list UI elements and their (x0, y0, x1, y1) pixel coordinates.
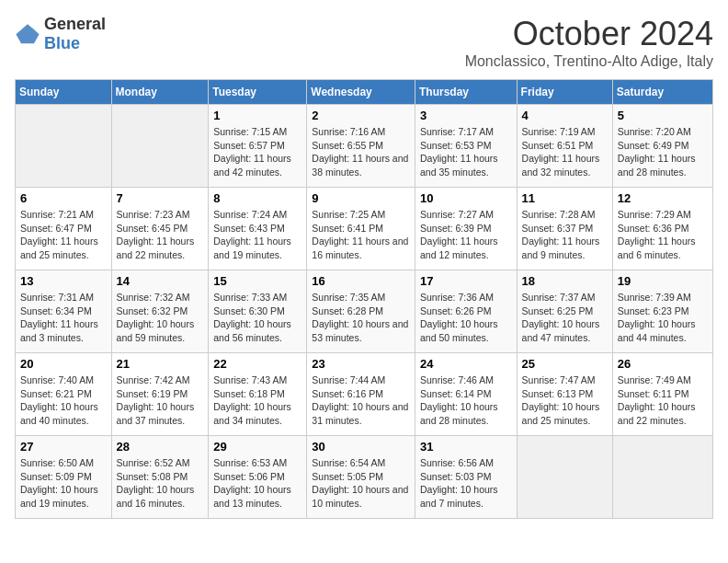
day-info: Sunrise: 6:52 AM Sunset: 5:08 PM Dayligh… (117, 456, 204, 511)
cell-week5-day6 (612, 436, 712, 519)
day-number: 20 (20, 357, 107, 371)
sunrise-label: Sunrise: 7:20 AM (618, 126, 691, 137)
sunrise-label: Sunrise: 7:17 AM (420, 126, 494, 137)
day-info: Sunrise: 6:53 AM Sunset: 5:06 PM Dayligh… (213, 456, 301, 511)
sunrise-label: Sunrise: 7:32 AM (117, 292, 190, 303)
sunset-label: Sunset: 6:57 PM (213, 140, 285, 151)
cell-week2-day1: 7 Sunrise: 7:23 AM Sunset: 6:45 PM Dayli… (111, 188, 209, 270)
day-number: 5 (618, 109, 708, 122)
cell-week4-day6: 26 Sunrise: 7:49 AM Sunset: 6:11 PM Dayl… (612, 353, 712, 436)
day-number: 22 (213, 357, 301, 371)
daylight-label: Daylight: 10 hours and 47 minutes. (522, 318, 600, 343)
sunrise-label: Sunrise: 7:15 AM (213, 126, 287, 137)
cell-week4-day3: 23 Sunrise: 7:44 AM Sunset: 6:16 PM Dayl… (307, 353, 415, 436)
cell-week3-day3: 16 Sunrise: 7:35 AM Sunset: 6:28 PM Dayl… (307, 270, 415, 353)
week-row-5: 27 Sunrise: 6:50 AM Sunset: 5:09 PM Dayl… (16, 436, 713, 519)
sunrise-label: Sunrise: 7:37 AM (522, 292, 596, 303)
daylight-label: Daylight: 11 hours and 6 minutes. (618, 236, 696, 260)
day-number: 15 (213, 274, 301, 288)
day-info: Sunrise: 7:19 AM Sunset: 6:51 PM Dayligh… (522, 125, 608, 179)
day-info: Sunrise: 7:47 AM Sunset: 6:13 PM Dayligh… (522, 373, 608, 428)
sunset-label: Sunset: 6:14 PM (420, 388, 492, 399)
header-friday: Friday (517, 80, 612, 105)
cell-week2-day5: 11 Sunrise: 7:28 AM Sunset: 6:37 PM Dayl… (517, 188, 612, 270)
day-number: 17 (420, 274, 512, 288)
cell-week4-day2: 22 Sunrise: 7:43 AM Sunset: 6:18 PM Dayl… (209, 353, 307, 436)
sunset-label: Sunset: 5:08 PM (117, 471, 188, 482)
daylight-label: Daylight: 10 hours and 37 minutes. (117, 401, 195, 426)
cell-week3-day6: 19 Sunrise: 7:39 AM Sunset: 6:23 PM Dayl… (612, 270, 712, 353)
day-number: 29 (213, 440, 301, 454)
day-info: Sunrise: 7:23 AM Sunset: 6:45 PM Dayligh… (117, 208, 204, 262)
cell-week3-day5: 18 Sunrise: 7:37 AM Sunset: 6:25 PM Dayl… (517, 270, 612, 353)
cell-week5-day5 (517, 436, 612, 519)
sunrise-label: Sunrise: 7:28 AM (522, 209, 596, 220)
sunrise-label: Sunrise: 7:42 AM (117, 374, 190, 385)
daylight-label: Daylight: 10 hours and 28 minutes. (420, 401, 498, 426)
daylight-label: Daylight: 10 hours and 53 minutes. (312, 318, 408, 343)
day-info: Sunrise: 7:39 AM Sunset: 6:23 PM Dayligh… (618, 291, 708, 345)
day-number: 13 (20, 274, 107, 288)
day-number: 28 (117, 440, 204, 454)
day-number: 11 (522, 191, 608, 205)
daylight-label: Daylight: 11 hours and 32 minutes. (522, 153, 600, 178)
sunrise-label: Sunrise: 7:31 AM (20, 292, 94, 303)
sunset-label: Sunset: 6:34 PM (20, 305, 92, 316)
cell-week1-day2: 1 Sunrise: 7:15 AM Sunset: 6:57 PM Dayli… (209, 105, 307, 188)
sunrise-label: Sunrise: 6:53 AM (213, 457, 287, 468)
cell-week5-day4: 31 Sunrise: 6:56 AM Sunset: 5:03 PM Dayl… (415, 436, 517, 519)
daylight-label: Daylight: 10 hours and 34 minutes. (213, 401, 291, 426)
day-info: Sunrise: 7:15 AM Sunset: 6:57 PM Dayligh… (213, 125, 301, 179)
sunrise-label: Sunrise: 6:56 AM (420, 457, 494, 468)
day-info: Sunrise: 7:35 AM Sunset: 6:28 PM Dayligh… (312, 291, 410, 345)
cell-week2-day0: 6 Sunrise: 7:21 AM Sunset: 6:47 PM Dayli… (16, 188, 112, 270)
daylight-label: Daylight: 11 hours and 9 minutes. (522, 236, 600, 260)
cell-week3-day4: 17 Sunrise: 7:36 AM Sunset: 6:26 PM Dayl… (415, 270, 517, 353)
sunset-label: Sunset: 6:53 PM (420, 140, 492, 151)
week-row-4: 20 Sunrise: 7:40 AM Sunset: 6:21 PM Dayl… (16, 353, 713, 436)
sunset-label: Sunset: 6:45 PM (117, 223, 188, 234)
sunrise-label: Sunrise: 7:35 AM (312, 292, 385, 303)
logo-general: General (44, 15, 106, 33)
daylight-label: Daylight: 10 hours and 19 minutes. (20, 484, 98, 509)
day-info: Sunrise: 7:36 AM Sunset: 6:26 PM Dayligh… (420, 291, 512, 345)
sunset-label: Sunset: 6:51 PM (522, 140, 594, 151)
daylight-label: Daylight: 11 hours and 12 minutes. (420, 236, 498, 260)
daylight-label: Daylight: 11 hours and 35 minutes. (420, 153, 498, 178)
daylight-label: Daylight: 11 hours and 22 minutes. (117, 236, 195, 260)
cell-week2-day2: 8 Sunrise: 7:24 AM Sunset: 6:43 PM Dayli… (209, 188, 307, 270)
week-row-3: 13 Sunrise: 7:31 AM Sunset: 6:34 PM Dayl… (16, 270, 713, 353)
daylight-label: Daylight: 10 hours and 56 minutes. (213, 318, 291, 343)
sunrise-label: Sunrise: 6:50 AM (20, 457, 94, 468)
sunrise-label: Sunrise: 7:40 AM (20, 374, 94, 385)
sunrise-label: Sunrise: 7:33 AM (213, 292, 287, 303)
sunrise-label: Sunrise: 7:19 AM (522, 126, 596, 137)
cell-week1-day0 (16, 105, 112, 188)
cell-week3-day2: 15 Sunrise: 7:33 AM Sunset: 6:30 PM Dayl… (209, 270, 307, 353)
sunset-label: Sunset: 6:43 PM (213, 223, 285, 234)
sunrise-label: Sunrise: 7:36 AM (420, 292, 494, 303)
sunrise-label: Sunrise: 7:47 AM (522, 374, 596, 385)
day-info: Sunrise: 7:28 AM Sunset: 6:37 PM Dayligh… (522, 208, 608, 262)
header-wednesday: Wednesday (307, 80, 415, 105)
title-block: October 2024 Monclassico, Trentino-Alto … (465, 15, 713, 70)
day-number: 23 (312, 357, 410, 371)
day-info: Sunrise: 6:56 AM Sunset: 5:03 PM Dayligh… (420, 456, 512, 511)
daylight-label: Daylight: 11 hours and 3 minutes. (20, 318, 98, 343)
sunset-label: Sunset: 6:49 PM (618, 140, 689, 151)
cell-week5-day0: 27 Sunrise: 6:50 AM Sunset: 5:09 PM Dayl… (16, 436, 112, 519)
cell-week4-day1: 21 Sunrise: 7:42 AM Sunset: 6:19 PM Dayl… (111, 353, 209, 436)
header-sunday: Sunday (16, 80, 112, 105)
day-number: 21 (117, 357, 204, 371)
daylight-label: Daylight: 11 hours and 16 minutes. (312, 236, 408, 260)
day-number: 1 (213, 109, 301, 122)
daylight-label: Daylight: 11 hours and 19 minutes. (213, 236, 291, 260)
cell-week2-day6: 12 Sunrise: 7:29 AM Sunset: 6:36 PM Dayl… (612, 188, 712, 270)
sunrise-label: Sunrise: 7:25 AM (312, 209, 385, 220)
sunrise-label: Sunrise: 7:49 AM (618, 374, 691, 385)
cell-week4-day4: 24 Sunrise: 7:46 AM Sunset: 6:14 PM Dayl… (415, 353, 517, 436)
sunset-label: Sunset: 5:06 PM (213, 471, 285, 482)
sunrise-label: Sunrise: 6:54 AM (312, 457, 385, 468)
sunset-label: Sunset: 6:39 PM (420, 223, 492, 234)
sunset-label: Sunset: 6:36 PM (618, 223, 689, 234)
